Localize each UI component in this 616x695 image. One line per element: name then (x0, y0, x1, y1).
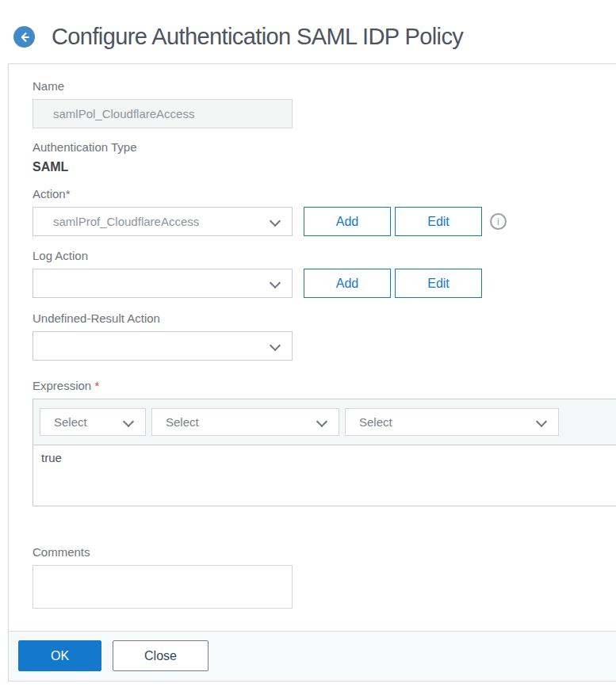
expression-builder: Select Select Select true (33, 399, 616, 506)
comments-textarea[interactable] (33, 565, 293, 609)
page-title: Configure Authentication SAML IDP Policy (52, 24, 463, 50)
expression-select-3[interactable]: Select (345, 408, 559, 436)
chevron-down-icon (270, 216, 281, 227)
expression-select-1[interactable]: Select (40, 408, 146, 436)
authentication-type-label: Authentication Type (33, 140, 616, 154)
chevron-down-icon (536, 416, 547, 427)
expression-label: Expression * (33, 379, 616, 392)
chevron-down-icon (316, 416, 327, 427)
page-header: Configure Authentication SAML IDP Policy (0, 0, 616, 50)
action-label: Action* (33, 187, 616, 200)
action-row: samlProf_CloudflareAccess Add Edit i (33, 207, 616, 236)
log-action-select[interactable] (33, 269, 293, 298)
required-asterisk: * (94, 379, 99, 392)
expression-select-2[interactable]: Select (151, 408, 339, 436)
expression-editor[interactable]: true (33, 445, 616, 506)
name-input (33, 99, 293, 128)
log-action-add-button[interactable]: Add (304, 269, 391, 298)
info-circle-icon[interactable]: i (490, 213, 507, 230)
close-button[interactable]: Close (113, 640, 209, 671)
footer-bar: OK Close (9, 631, 616, 681)
action-select-value: samlProf_CloudflareAccess (53, 215, 199, 228)
back-button[interactable] (13, 26, 35, 48)
expression-label-text: Expression (33, 379, 91, 392)
authentication-type-value: SAML (33, 160, 616, 174)
action-select[interactable]: samlProf_CloudflareAccess (33, 207, 293, 236)
form-panel: Name Authentication Type SAML Action* sa… (8, 63, 616, 682)
undefined-result-action-select[interactable] (33, 331, 293, 361)
log-action-label: Log Action (33, 249, 616, 262)
form-body: Name Authentication Type SAML Action* sa… (9, 64, 616, 631)
expression-select-2-value: Select (166, 415, 199, 429)
expression-builder-toolbar: Select Select Select (33, 399, 616, 445)
ok-button[interactable]: OK (18, 640, 101, 671)
chevron-down-icon (270, 277, 281, 288)
comments-label: Comments (33, 545, 616, 559)
chevron-down-icon (270, 340, 281, 351)
chevron-down-icon (123, 416, 134, 427)
log-action-edit-button[interactable]: Edit (395, 269, 482, 298)
name-label: Name (33, 79, 616, 93)
expression-select-3-value: Select (359, 415, 392, 429)
action-edit-button[interactable]: Edit (395, 207, 482, 236)
expression-select-1-value: Select (54, 415, 87, 429)
undefined-result-action-label: Undefined-Result Action (33, 311, 616, 325)
log-action-row: Add Edit (33, 269, 616, 298)
arrow-left-icon (18, 31, 31, 44)
action-add-button[interactable]: Add (304, 207, 391, 236)
